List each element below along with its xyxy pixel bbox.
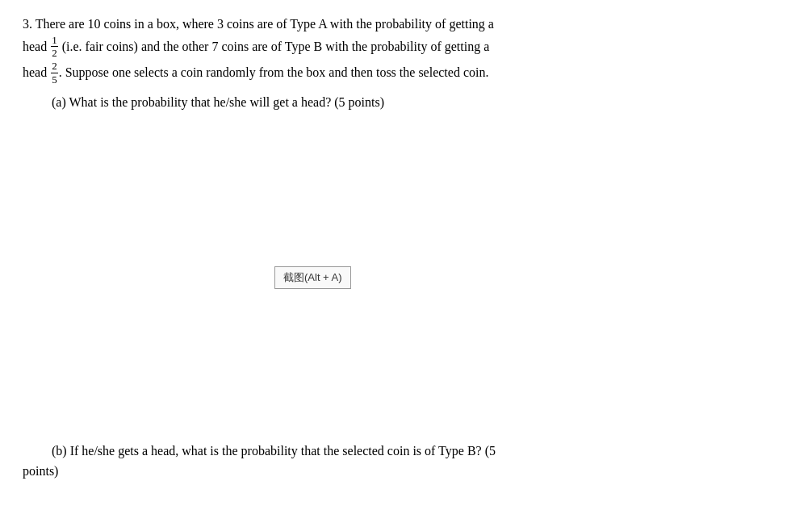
part-a: (a) What is the probability that he/she … [23, 93, 789, 113]
fraction-1-2-numerator: 1 [51, 34, 58, 48]
screenshot-tooltip[interactable]: 截图(Alt + A) [274, 266, 351, 289]
part-a-label: (a) [52, 95, 66, 109]
part-b-label: (b) [52, 444, 67, 458]
part-b-line2: points) [23, 462, 789, 482]
fraction-2-5-denominator: 5 [51, 73, 58, 86]
problem-number: 3. [23, 17, 32, 31]
problem-line1: There are 10 coins in a box, where 3 coi… [36, 17, 494, 31]
problem-line2-start: head [23, 40, 50, 53]
part-a-text: What is the probability that he/she will… [66, 95, 384, 109]
problem-line3-end: . Suppose one selects a coin randomly fr… [59, 65, 489, 79]
problem-line3-start: head [23, 65, 50, 79]
part-b-line1: (b) If he/she gets a head, what is the p… [23, 441, 789, 462]
problem-text: 3. There are 10 coins in a box, where 3 … [23, 15, 789, 86]
fraction-1-2-denominator: 2 [51, 47, 58, 60]
problem-line2-mid: (i.e. fair coins) and the other 7 coins … [59, 40, 490, 53]
fraction-1-2: 12 [51, 34, 58, 60]
part-b: (b) If he/she gets a head, what is the p… [23, 441, 789, 482]
part-b-text: If he/she gets a head, what is the proba… [67, 444, 496, 458]
fraction-2-5: 25 [51, 60, 58, 86]
page-content: 3. There are 10 coins in a box, where 3 … [0, 0, 812, 128]
fraction-2-5-numerator: 2 [51, 60, 58, 73]
